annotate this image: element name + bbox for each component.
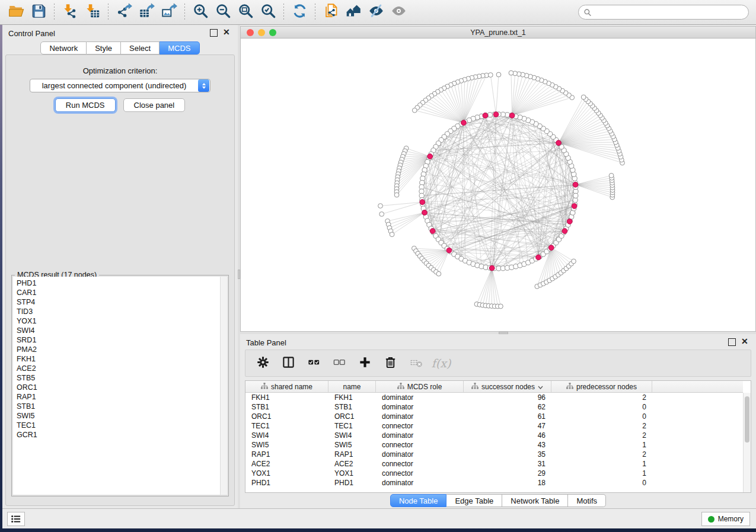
import-network-button[interactable]: [59, 2, 81, 23]
list-item[interactable]: SRD1: [17, 335, 220, 345]
search-input[interactable]: [592, 8, 740, 17]
import-table-button[interactable]: [81, 2, 104, 23]
list-item[interactable]: SWI5: [17, 411, 220, 421]
table-row[interactable]: SWI5SWI5connector431: [245, 440, 743, 450]
tab-mcds[interactable]: MCDS: [160, 41, 199, 55]
mcds-result-list[interactable]: PHD1CAR1STP4TID3YOX1SWI4SRD1PMA2FKH1ACE2…: [13, 277, 220, 495]
column-header-shared_name[interactable]: shared name: [245, 381, 328, 392]
table-row[interactable]: TEC1TEC1connector472: [245, 421, 743, 431]
mcds-node: [446, 248, 452, 253]
tab-style[interactable]: Style: [87, 41, 121, 55]
save-session-button[interactable]: [27, 2, 50, 23]
add-column-button[interactable]: [357, 354, 372, 372]
select-all-button[interactable]: [306, 354, 321, 372]
close-panel-icon[interactable]: ✕: [741, 338, 749, 346]
optimization-criterion-select[interactable]: largest connected component (undirected): [30, 79, 210, 92]
hide-selected-button[interactable]: [365, 2, 387, 23]
network-canvas[interactable]: [241, 39, 755, 331]
run-mcds-button[interactable]: Run MCDS: [55, 98, 116, 112]
mcds-node: [562, 229, 567, 234]
toolbar-separator: [315, 4, 315, 21]
open-file-icon: [8, 3, 24, 21]
table-row[interactable]: YOX1YOX1connector291: [245, 469, 743, 478]
scrollbar-thumb[interactable]: [745, 396, 749, 443]
memory-button[interactable]: Memory: [701, 512, 750, 526]
split-view-button[interactable]: [280, 354, 296, 372]
list-item[interactable]: STB5: [17, 373, 220, 383]
table-row[interactable]: STB1STB1dominator620: [245, 402, 743, 412]
list-item[interactable]: CAR1: [17, 288, 220, 297]
zoom-out-button[interactable]: [212, 2, 234, 23]
desktop-wallpaper: Control Panel ✕ NetworkStyleSelectMCDS O…: [0, 0, 756, 532]
cell-mcds_role: connector: [376, 441, 464, 449]
column-header-mcds_role[interactable]: MCDS role: [376, 381, 464, 392]
zoom-selected-button[interactable]: [257, 2, 279, 23]
zoom-in-icon: [193, 3, 209, 21]
column-header-successor_nodes[interactable]: successor nodes: [464, 381, 551, 392]
table-row[interactable]: FKH1FKH1dominator962: [245, 393, 743, 402]
list-item[interactable]: STB1: [17, 402, 220, 411]
network-titlebar[interactable]: YPA_prune.txt_1: [241, 27, 755, 39]
table-scrollbar[interactable]: [743, 393, 751, 492]
list-item[interactable]: GCR1: [17, 430, 220, 440]
column-header-empty: [652, 381, 743, 392]
tab-network[interactable]: Network: [40, 41, 87, 55]
table-row[interactable]: RAP1RAP1dominator352: [245, 450, 743, 459]
new-network-from-selection-button[interactable]: [320, 2, 342, 23]
float-panel-icon[interactable]: [210, 29, 218, 37]
tab-motifs[interactable]: Motifs: [568, 494, 606, 507]
export-table-button[interactable]: [135, 2, 158, 23]
zoom-fit-button[interactable]: [234, 2, 257, 23]
list-item[interactable]: TEC1: [17, 421, 220, 430]
list-item[interactable]: STP4: [17, 297, 220, 307]
refresh-network-button[interactable]: [288, 2, 311, 23]
column-header-name[interactable]: name: [328, 381, 376, 392]
list-item[interactable]: ACE2: [17, 364, 220, 373]
delete-table-button: [408, 354, 423, 372]
close-panel-icon[interactable]: ✕: [223, 29, 231, 37]
mcds-tab-content: Optimization criterion: largest connecte…: [5, 55, 235, 506]
save-session-icon: [31, 3, 47, 21]
tab-edge-table[interactable]: Edge Table: [446, 494, 502, 507]
list-item[interactable]: FKH1: [17, 354, 220, 364]
list-item[interactable]: YOX1: [17, 316, 220, 326]
tab-node-table[interactable]: Node Table: [390, 494, 447, 507]
list-item[interactable]: TID3: [17, 307, 220, 316]
result-list-scrollbar[interactable]: [220, 277, 227, 495]
list-item[interactable]: PMA2: [17, 345, 220, 354]
close-panel-button[interactable]: Close panel: [123, 98, 186, 112]
hide-selected-icon: [368, 3, 384, 21]
sort-descending-icon: [538, 383, 543, 391]
list-item[interactable]: SWI4: [17, 326, 220, 335]
task-history-button[interactable]: [7, 512, 25, 526]
tab-network-table[interactable]: Network Table: [502, 494, 568, 507]
list-item[interactable]: RAP1: [17, 392, 220, 402]
table-panel: Table Panel ✕ f(x) shared namenameMCDS r…: [240, 334, 756, 508]
delete-column-button[interactable]: [382, 354, 398, 372]
table-row[interactable]: PHD1PHD1dominator180: [245, 478, 743, 488]
table-row[interactable]: ORC1ORC1dominator610: [245, 412, 743, 421]
toolbar-separator: [108, 4, 109, 21]
zoom-in-button[interactable]: [189, 2, 212, 23]
list-item[interactable]: PHD1: [17, 278, 220, 288]
show-all-button[interactable]: [387, 2, 410, 23]
table-row[interactable]: SWI4SWI4dominator462: [245, 431, 743, 440]
open-file-button[interactable]: [5, 2, 27, 23]
search-box[interactable]: [578, 5, 749, 20]
table-row[interactable]: ACE2ACE2connector311: [245, 459, 743, 469]
float-panel-icon[interactable]: [728, 338, 736, 346]
export-network-button[interactable]: [113, 2, 135, 23]
memory-status-icon: [708, 516, 714, 523]
gear-button[interactable]: [255, 354, 270, 372]
mcds-node: [573, 182, 578, 187]
export-image-button[interactable]: [158, 2, 180, 23]
column-header-predecessor_nodes[interactable]: predecessor nodes: [551, 381, 652, 392]
tab-select[interactable]: Select: [121, 41, 160, 55]
deselect-all-button[interactable]: [331, 354, 347, 372]
mcds-node: [461, 120, 467, 126]
cell-mcds_role: connector: [376, 460, 464, 468]
list-item[interactable]: ORC1: [17, 383, 220, 392]
show-all-icon: [391, 3, 407, 21]
function-button: f(x): [433, 354, 449, 372]
first-neighbors-button[interactable]: [342, 2, 365, 23]
